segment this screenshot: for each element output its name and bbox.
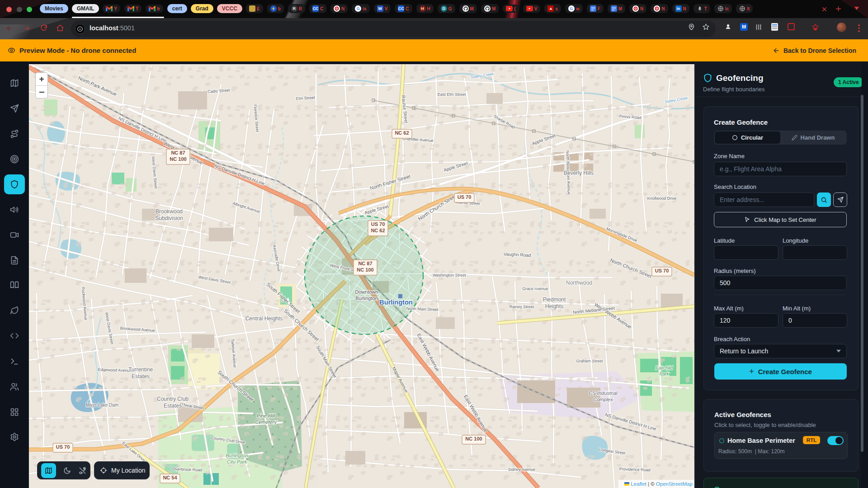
svg-text:Burlington: Burlington <box>379 299 412 306</box>
svg-text:Washington Street: Washington Street <box>433 273 466 277</box>
svg-text:NC 100: NC 100 <box>357 267 373 272</box>
svg-text:Estates: Estates <box>132 373 150 380</box>
svg-text:Sidney Avenue: Sidney Avenue <box>508 467 535 472</box>
svg-text:Brookwood: Brookwood <box>156 208 183 215</box>
svg-text:Piedmont: Piedmont <box>543 296 566 303</box>
svg-text:NC 87: NC 87 <box>358 261 372 266</box>
svg-text:Northwood: Northwood <box>566 280 592 286</box>
svg-text:Cemetery: Cemetery <box>255 419 277 425</box>
svg-text:Graham Street: Graham Street <box>576 359 603 363</box>
svg-text:US 70: US 70 <box>56 444 70 450</box>
svg-text:Subdivision: Subdivision <box>155 215 183 221</box>
svg-text:Rainey Street: Rainey Street <box>509 305 534 309</box>
svg-text:US 70: US 70 <box>371 221 385 227</box>
svg-text:Burlington: Burlington <box>355 296 378 301</box>
svg-text:NC 100: NC 100 <box>170 156 186 162</box>
svg-text:Grace Avenue: Grace Avenue <box>523 286 548 291</box>
svg-text:US 70: US 70 <box>458 194 472 200</box>
svg-text:Downtown: Downtown <box>355 289 378 295</box>
svg-text:Park: Park <box>660 371 670 376</box>
svg-text:East Elm Street: East Elm Street <box>438 92 466 97</box>
svg-text:NC 87: NC 87 <box>171 150 185 155</box>
svg-text:Country Club: Country Club <box>157 396 189 402</box>
svg-text:US 70: US 70 <box>655 268 669 273</box>
svg-text:Heights: Heights <box>545 303 564 310</box>
svg-text:NC 100: NC 100 <box>465 436 482 441</box>
svg-text:NC 62: NC 62 <box>395 130 409 136</box>
svg-text:Knollwood Drive: Knollwood Drive <box>647 196 676 201</box>
svg-text:Complex: Complex <box>593 397 613 402</box>
svg-text:City Park: City Park <box>227 459 247 465</box>
svg-text:Burlington: Burlington <box>226 453 248 458</box>
svg-text:CS Industrial: CS Industrial <box>589 390 618 396</box>
svg-text:Beverly Hills: Beverly Hills <box>564 170 594 176</box>
svg-text:Fairchild: Fairchild <box>656 366 673 371</box>
svg-text:NC 62: NC 62 <box>371 228 385 233</box>
svg-text:Central Heights: Central Heights <box>245 315 283 322</box>
svg-text:Turrentine: Turrentine <box>128 366 153 373</box>
svg-text:Estates: Estates <box>164 403 182 409</box>
svg-text:Pine Hill: Pine Hill <box>257 413 275 418</box>
svg-text:NC 54: NC 54 <box>163 475 177 480</box>
svg-text:Mays Lake Dam: Mays Lake Dam <box>86 403 118 408</box>
